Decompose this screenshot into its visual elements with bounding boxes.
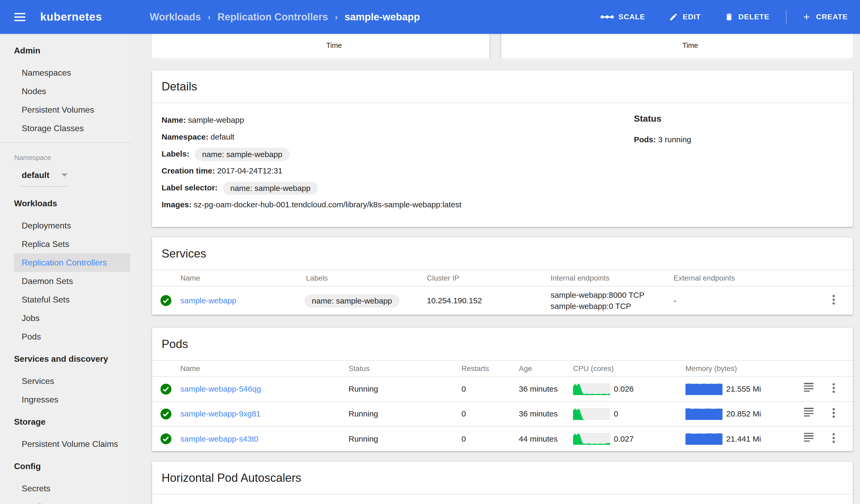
pod-kebab-menu-icon[interactable] xyxy=(829,430,838,446)
sidebar-item-persistent-volumes[interactable]: Persistent Volumes xyxy=(0,100,132,119)
service-label-chip: name: sample-webapp xyxy=(304,294,400,307)
namespace-select[interactable]: default xyxy=(19,170,68,187)
services-col-labels: Labels xyxy=(306,270,427,286)
pod-age: 44 minutes xyxy=(519,426,573,451)
cpu-chart-xlabel: Time xyxy=(152,42,489,50)
pod-age: 36 minutes xyxy=(519,376,573,401)
label-chip: name: sample-webapp xyxy=(195,148,290,161)
selector-chip: name: sample-webapp xyxy=(223,182,318,195)
menu-icon[interactable] xyxy=(14,11,25,23)
sidebar-item-stateful-sets[interactable]: Stateful Sets xyxy=(0,290,132,309)
logs-icon[interactable] xyxy=(804,433,814,443)
service-row: sample-webapp name: sample-webapp 10.254… xyxy=(152,286,853,315)
status-pods-line: Pods: 3 running xyxy=(634,135,691,144)
pod-kebab-menu-icon[interactable] xyxy=(829,405,838,421)
details-title: Details xyxy=(152,70,853,103)
trash-icon xyxy=(725,12,734,21)
sidebar-item-namespaces[interactable]: Namespaces xyxy=(0,63,132,82)
pod-cpu-cell: 0.026 xyxy=(573,376,686,401)
status-title: Status xyxy=(634,113,691,124)
pod-memory-cell: 20.852 Mi xyxy=(686,401,804,426)
service-link[interactable]: sample-webapp xyxy=(180,296,236,305)
sidebar-item-storage-classes[interactable]: Storage Classes xyxy=(0,119,132,138)
namespace-label: Namespace xyxy=(14,153,132,162)
pod-link[interactable]: sample-webapp-546qg xyxy=(180,385,261,393)
pod-kebab-menu-icon[interactable] xyxy=(829,380,838,397)
status-ok-icon xyxy=(160,433,172,445)
pod-status: Running xyxy=(348,376,461,401)
pod-memory-cell: 21.555 Mi xyxy=(686,376,804,401)
pods-card: Pods Name Status Restarts Age CPU (cores… xyxy=(152,328,853,451)
sidebar-item-ingresses[interactable]: Ingresses xyxy=(0,390,132,409)
pods-title: Pods xyxy=(152,328,853,361)
hpa-card: Horizontal Pod Autoscalers xyxy=(152,462,853,504)
toolbar-actions: SCALE EDIT DELETE CREATE xyxy=(601,0,848,34)
services-card: Services Name Labels Cluster IP Internal… xyxy=(152,237,853,315)
service-kebab-menu-icon[interactable] xyxy=(829,291,838,308)
sidebar-divider xyxy=(0,142,132,143)
pod-cpu-cell: 0.027 xyxy=(573,426,686,451)
pods-col-name: Name xyxy=(180,361,348,376)
cpu-usage-chart-card: Time xyxy=(152,34,489,58)
sidebar-section-discovery: Services and discovery xyxy=(0,349,132,368)
pods-col-cpu: CPU (cores) xyxy=(573,361,686,376)
details-images-row: Images: sz-pg-oam-docker-hub-001.tendclo… xyxy=(161,200,843,210)
details-namespace-row: Namespace: default xyxy=(161,132,843,142)
services-col-name: Name xyxy=(180,270,306,286)
cpu-sparkline xyxy=(573,383,610,395)
pods-col-age: Age xyxy=(519,361,573,376)
sidebar-item-config-maps[interactable]: Config Maps xyxy=(0,498,132,504)
sidebar-item-daemon-sets[interactable]: Daemon Sets xyxy=(0,272,132,290)
details-status-col: Status Pods: 3 running xyxy=(634,113,691,144)
details-name-row: Name: sample-webapp xyxy=(161,115,843,125)
cpu-sparkline xyxy=(573,433,610,445)
pod-row: sample-webapp-546qg Running 0 36 minutes… xyxy=(152,376,853,401)
breadcrumb-workloads[interactable]: Workloads xyxy=(150,11,201,23)
delete-button[interactable]: DELETE xyxy=(725,12,770,21)
pod-link[interactable]: sample-webapp-s43t0 xyxy=(180,434,258,443)
sidebar-item-services[interactable]: Services xyxy=(0,372,132,390)
sidebar-item-secrets[interactable]: Secrets xyxy=(0,479,132,498)
sidebar-item-persistent-volume-claims[interactable]: Persistent Volume Claims xyxy=(0,435,132,453)
sidebar-item-deployments[interactable]: Deployments xyxy=(0,216,132,235)
pod-row: sample-webapp-9xg81 Running 0 36 minutes… xyxy=(152,401,853,426)
sidebar-item-nodes[interactable]: Nodes xyxy=(0,82,132,100)
service-cluster-ip: 10.254.190.152 xyxy=(427,286,550,315)
pod-restarts: 0 xyxy=(461,426,519,451)
services-col-cluster-ip: Cluster IP xyxy=(427,270,550,286)
sidebar-section-storage: Storage xyxy=(0,413,132,431)
app-logo[interactable]: kubernetes xyxy=(40,11,102,23)
main-content: Time Time Details Name: sample-webapp Na… xyxy=(132,34,860,504)
pod-memory-cell: 21.441 Mi xyxy=(686,426,804,451)
breadcrumb-replication-controllers[interactable]: Replication Controllers xyxy=(217,11,328,23)
logs-icon[interactable] xyxy=(804,408,814,418)
sidebar: Admin Namespaces Nodes Persistent Volume… xyxy=(0,34,132,504)
memory-chart-xlabel: Time xyxy=(501,42,853,50)
sidebar-item-replication-controllers[interactable]: Replication Controllers xyxy=(14,253,130,272)
scale-button[interactable]: SCALE xyxy=(601,13,645,21)
sidebar-item-pods[interactable]: Pods xyxy=(0,327,132,346)
pod-status: Running xyxy=(348,401,461,426)
services-col-internal: Internal endpoints xyxy=(550,270,674,286)
memory-sparkline xyxy=(686,433,722,445)
cpu-sparkline xyxy=(573,408,610,420)
charts-row: Time Time xyxy=(152,34,853,58)
pod-link[interactable]: sample-webapp-9xg81 xyxy=(180,409,261,418)
status-ok-icon xyxy=(160,408,172,420)
memory-usage-chart-card: Time xyxy=(501,34,853,58)
toolbar-divider xyxy=(786,10,787,24)
sidebar-item-jobs[interactable]: Jobs xyxy=(0,309,132,327)
details-labels-row: Labels:name: sample-webapp xyxy=(161,149,843,159)
details-card: Details Name: sample-webapp Namespace: d… xyxy=(152,70,853,227)
app-header: kubernetes Workloads › Replication Contr… xyxy=(0,0,860,34)
chevron-right-icon: › xyxy=(335,12,338,22)
details-creation-row: Creation time: 2017-04-24T12:31 xyxy=(161,166,843,176)
plus-icon xyxy=(802,12,811,22)
sidebar-item-replica-sets[interactable]: Replica Sets xyxy=(0,235,132,253)
status-ok-icon xyxy=(160,383,172,395)
create-button[interactable]: CREATE xyxy=(802,12,848,22)
status-ok-icon xyxy=(160,294,172,306)
edit-button[interactable]: EDIT xyxy=(669,12,701,21)
logs-icon[interactable] xyxy=(804,383,814,393)
chevron-right-icon: › xyxy=(208,12,211,22)
